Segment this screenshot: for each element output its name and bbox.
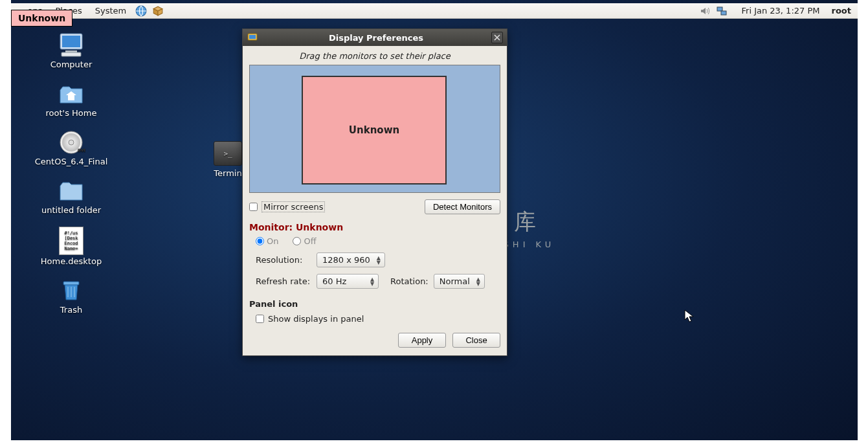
refresh-value: 60 Hz: [322, 276, 346, 286]
computer-icon: [56, 32, 86, 58]
panel-icon-heading: Panel icon: [249, 299, 500, 309]
rotation-value: Normal: [440, 276, 470, 286]
desktop-icon-terminal[interactable]: >_ Termin: [214, 141, 242, 178]
package-launcher-icon[interactable]: [151, 5, 164, 17]
svg-rect-1: [717, 7, 722, 11]
rotation-select[interactable]: Normal ▲▼: [434, 274, 485, 289]
radio-off-label: Off: [304, 236, 316, 246]
desktop-icon-trash[interactable]: Trash: [32, 278, 110, 315]
refresh-label: Refresh rate:: [256, 276, 311, 286]
unknown-display-badge: Unknown: [11, 10, 72, 27]
desktop-icon-folder[interactable]: untitled folder: [32, 178, 110, 215]
menu-system[interactable]: System: [89, 6, 133, 16]
close-button[interactable]: [491, 32, 503, 43]
dvd-icon: DVD: [56, 129, 86, 155]
desktop-icon-label: Home.desktop: [41, 256, 102, 266]
svg-text:DVD: DVD: [78, 148, 85, 152]
home-folder-icon: [56, 81, 86, 107]
resolution-value: 1280 x 960: [322, 255, 370, 265]
desktop-icon-label: Computer: [50, 60, 93, 69]
detect-monitors-button[interactable]: Detect Monitors: [425, 199, 500, 214]
desktop-icon-computer[interactable]: Computer: [32, 32, 110, 69]
network-icon[interactable]: [716, 5, 728, 17]
mouse-cursor-icon: [684, 309, 696, 324]
desktop-file-icon: #!/us [Desk Encod Name=: [59, 227, 83, 255]
spinner-icon: ▲▼: [368, 275, 377, 287]
svg-rect-4: [62, 36, 80, 47]
terminal-icon: >_: [214, 141, 242, 166]
trash-icon: [56, 278, 86, 304]
desktop-icon-label: Trash: [60, 305, 82, 315]
spinner-icon: ▲▼: [474, 275, 483, 287]
window-title: Display Preferences: [261, 33, 491, 43]
browser-launcher-icon[interactable]: [135, 5, 148, 17]
panel-user[interactable]: root: [828, 6, 858, 16]
monitor-off-radio[interactable]: Off: [293, 236, 316, 246]
mirror-checkbox-input[interactable]: [249, 203, 258, 211]
monitor-on-radio[interactable]: On: [256, 236, 278, 246]
show-in-panel-label: Show displays in panel: [268, 314, 364, 324]
svg-rect-6: [61, 52, 81, 56]
titlebar[interactable]: Display Preferences: [243, 29, 507, 46]
panel-clock[interactable]: Fri Jan 23, 1:27 PM: [734, 6, 828, 16]
monitor-arrangement-area[interactable]: Unknown: [249, 65, 500, 193]
resolution-label: Resolution:: [256, 255, 311, 265]
monitor-tile[interactable]: Unknown: [302, 76, 447, 185]
svg-rect-2: [721, 11, 726, 15]
folder-icon: [56, 178, 86, 204]
svg-rect-13: [249, 35, 256, 39]
arrangement-hint: Drag the monitors to set their place: [249, 51, 500, 61]
desktop-icon-file[interactable]: #!/us [Desk Encod Name= Home.desktop: [32, 227, 110, 266]
resolution-select[interactable]: 1280 x 960 ▲▼: [317, 252, 385, 267]
desktop-icons: Computer root's Home DVD CentOS_6.4_Fina…: [32, 32, 110, 315]
desktop-icon-label: untitled folder: [41, 205, 101, 215]
volume-icon[interactable]: [699, 5, 711, 17]
refresh-select[interactable]: 60 Hz ▲▼: [317, 274, 379, 289]
spinner-icon: ▲▼: [374, 254, 383, 266]
display-icon: [247, 32, 258, 43]
radio-on-label: On: [267, 236, 278, 246]
mirror-screens-checkbox[interactable]: Mirror screens: [249, 201, 325, 212]
desktop-icon-home[interactable]: root's Home: [32, 81, 110, 118]
svg-rect-11: [63, 282, 79, 285]
rotation-label: Rotation:: [390, 276, 428, 286]
close-dialog-button[interactable]: Close: [452, 333, 500, 348]
desktop-icon-label: CentOS_6.4_Final: [35, 157, 108, 166]
desktop-icon-label: root's Home: [46, 108, 97, 118]
display-preferences-window: Display Preferences Drag the monitors to…: [242, 28, 507, 356]
show-in-panel-checkbox[interactable]: [256, 315, 264, 323]
desktop-icon-label: Termin: [214, 168, 241, 178]
monitor-heading: Monitor: Unknown: [249, 222, 500, 232]
mirror-label: Mirror screens: [262, 201, 325, 212]
apply-button[interactable]: Apply: [398, 333, 446, 348]
gnome-top-panel: Applications ons Places System Fri Jan 2…: [11, 3, 858, 19]
desktop-icon-dvd[interactable]: DVD CentOS_6.4_Final: [32, 129, 110, 166]
svg-point-9: [69, 140, 74, 145]
